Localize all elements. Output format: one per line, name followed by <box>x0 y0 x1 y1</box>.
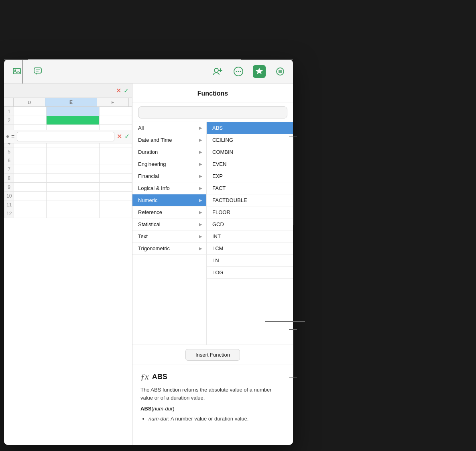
category-item-date-time[interactable]: Date and Time▶ <box>132 134 206 146</box>
function-item-lcm[interactable]: LCM <box>207 243 293 255</box>
cell-f5[interactable] <box>99 147 132 156</box>
cell-e2[interactable] <box>47 116 100 125</box>
category-item-reference[interactable]: Reference▶ <box>132 206 206 218</box>
formula-input-cancel[interactable]: ✕ <box>117 133 122 140</box>
toolbar <box>4 59 293 84</box>
svg-point-5 <box>214 68 218 72</box>
function-item-log[interactable]: LOG <box>207 267 293 279</box>
functions-title: Functions <box>132 84 293 102</box>
row-num-7: 7 <box>4 165 14 174</box>
cell-d12[interactable] <box>14 209 47 218</box>
cell-f9[interactable] <box>99 183 132 192</box>
search-input[interactable] <box>138 106 287 118</box>
svg-point-10 <box>238 71 239 72</box>
search-bar-wrap: 🔍 <box>132 102 293 122</box>
category-item-all[interactable]: All▶ <box>132 122 206 134</box>
cell-e10[interactable] <box>47 192 100 200</box>
insert-function-button[interactable]: Insert Function <box>185 349 240 361</box>
add-collaborator-icon[interactable] <box>211 65 224 78</box>
cell-e6[interactable] <box>47 156 100 165</box>
format-options-icon[interactable] <box>274 65 287 78</box>
cell-e11[interactable] <box>47 200 100 209</box>
category-label: Engineering <box>138 161 166 167</box>
category-label: Reference <box>138 209 162 215</box>
cell-d6[interactable] <box>14 156 47 165</box>
desc-func-name: ABS <box>152 373 167 381</box>
category-label: Duration <box>138 149 158 155</box>
cell-f7[interactable] <box>99 165 132 174</box>
category-label: Statistical <box>138 221 161 227</box>
cell-e12[interactable] <box>47 209 100 218</box>
cell-e1[interactable] <box>47 107 100 116</box>
category-item-statistical[interactable]: Statistical▶ <box>132 218 206 231</box>
function-item-fact[interactable]: FACT <box>207 182 293 194</box>
category-item-trigonometric[interactable]: Trigonometric▶ <box>132 243 206 255</box>
formula-eq-symbol: = <box>11 133 14 140</box>
function-item-combin[interactable]: COMBIN <box>207 146 293 158</box>
function-item-ceiling[interactable]: CEILING <box>207 134 293 146</box>
svg-point-11 <box>240 71 241 72</box>
fx-icon: ƒx <box>140 371 149 382</box>
row-num-1: 1 <box>4 107 14 116</box>
category-label: Date and Time <box>138 137 172 143</box>
formula-input-field[interactable] <box>17 132 114 141</box>
category-item-duration[interactable]: Duration▶ <box>132 146 206 158</box>
image-icon[interactable] <box>10 65 23 78</box>
cell-d9[interactable] <box>14 183 47 192</box>
col-header-e[interactable]: E <box>45 98 97 106</box>
category-item-engineering[interactable]: Engineering▶ <box>132 158 206 170</box>
function-item-abs[interactable]: ABS <box>207 122 293 134</box>
row-num-11: 11 <box>4 200 14 209</box>
chevron-icon: ▶ <box>199 234 202 239</box>
category-item-numeric[interactable]: Numeric▶ <box>132 194 206 206</box>
insert-btn-wrap: Insert Function <box>132 345 293 365</box>
cell-f1[interactable] <box>99 107 132 116</box>
row-num-5: 5 <box>4 147 14 156</box>
more-options-icon[interactable] <box>232 65 245 78</box>
function-item-floor[interactable]: FLOOR <box>207 206 293 218</box>
cell-d8[interactable] <box>14 174 47 183</box>
cell-f11[interactable] <box>99 200 132 209</box>
row-num-10: 10 <box>4 192 14 200</box>
category-item-logical-info[interactable]: Logical & Info▶ <box>132 182 206 194</box>
formula-cancel-button[interactable]: ✕ <box>116 87 121 94</box>
function-item-ln[interactable]: LN <box>207 255 293 267</box>
cell-d1[interactable] <box>14 107 47 116</box>
function-item-factdouble[interactable]: FACTDOUBLE <box>207 194 293 206</box>
comment-icon[interactable] <box>31 65 44 78</box>
col-header-d[interactable]: D <box>14 98 45 106</box>
chevron-icon: ▶ <box>199 246 202 251</box>
cell-d11[interactable] <box>14 200 47 209</box>
category-item-text[interactable]: Text▶ <box>132 231 206 243</box>
chevron-icon: ▶ <box>199 126 202 130</box>
category-item-financial[interactable]: Financial▶ <box>132 170 206 182</box>
formula-input-confirm[interactable]: ✓ <box>124 133 130 140</box>
cell-e8[interactable] <box>47 174 100 183</box>
function-item-int[interactable]: INT <box>207 231 293 243</box>
row-num-12: 12 <box>4 209 14 218</box>
cell-f12[interactable] <box>99 209 132 218</box>
cell-d5[interactable] <box>14 147 47 156</box>
desc-body: The ABS function returns the absolute va… <box>140 386 285 402</box>
cell-e5[interactable] <box>47 147 100 156</box>
function-item-exp[interactable]: EXP <box>207 170 293 182</box>
cell-d7[interactable] <box>14 165 47 174</box>
chevron-icon: ▶ <box>199 222 202 227</box>
col-header-f[interactable]: F <box>97 98 129 106</box>
pin-function-icon[interactable] <box>253 65 266 78</box>
cell-e7[interactable] <box>47 165 100 174</box>
cell-d10[interactable] <box>14 192 47 200</box>
cell-f8[interactable] <box>99 174 132 183</box>
function-item-even[interactable]: EVEN <box>207 158 293 170</box>
row-num-6: 6 <box>4 156 14 165</box>
category-label: Numeric <box>138 197 157 203</box>
spreadsheet-area: ✕ ✓ D E F 1 <box>4 84 293 445</box>
cell-f6[interactable] <box>99 156 132 165</box>
cell-e9[interactable] <box>47 183 100 192</box>
cell-d2[interactable] <box>14 116 47 125</box>
function-item-gcd[interactable]: GCD <box>207 218 293 231</box>
app-window: ✕ ✓ D E F 1 <box>4 59 293 445</box>
cell-f2[interactable] <box>99 116 132 125</box>
formula-confirm-button[interactable]: ✓ <box>124 87 129 94</box>
cell-f10[interactable] <box>99 192 132 200</box>
